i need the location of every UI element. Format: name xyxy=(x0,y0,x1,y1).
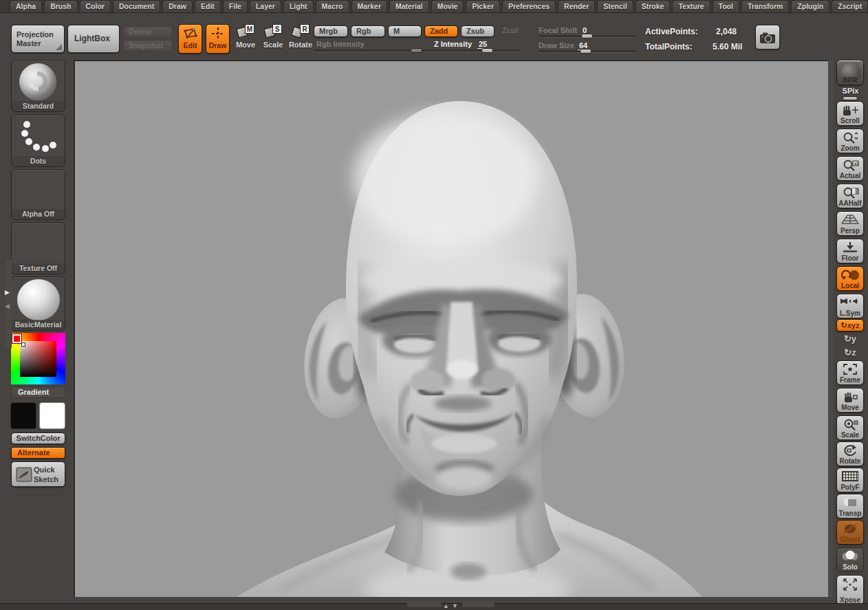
draw-button[interactable]: Draw xyxy=(206,24,230,54)
current-texture-button[interactable]: Texture Off xyxy=(11,222,65,274)
menu-item-alpha[interactable]: Alpha xyxy=(10,0,42,12)
xpose-button[interactable]: Xpose xyxy=(836,575,864,605)
color-picker[interactable] xyxy=(11,333,65,384)
rotate-z-button[interactable]: ↻z xyxy=(836,347,864,358)
tray-down-arrow-icon[interactable]: ▼ xyxy=(452,602,458,609)
secondary-color-swatch[interactable] xyxy=(39,402,65,429)
rotate-y-button[interactable]: ↻y xyxy=(836,334,864,344)
snapshot-button[interactable]: Snapshot xyxy=(123,40,173,52)
projection-master-button[interactable]: Projection Master xyxy=(11,25,65,53)
color-cursor[interactable] xyxy=(21,342,25,347)
rgb-intensity-handle[interactable] xyxy=(411,48,422,53)
lsym-button[interactable]: L.Sym xyxy=(836,294,864,318)
local-button[interactable]: Local xyxy=(836,266,864,291)
aahalf-button[interactable]: AAHalf xyxy=(836,184,864,208)
quick-sketch-button[interactable]: Quick Sketch xyxy=(11,461,65,487)
actual-button[interactable]: x1 Actual xyxy=(836,156,864,181)
spix-slider-handle[interactable] xyxy=(843,96,858,100)
edit-button[interactable]: Edit xyxy=(178,24,202,54)
menu-item-draw[interactable]: Draw xyxy=(162,0,193,12)
alternate-button[interactable]: Alternate xyxy=(11,447,65,459)
menu-item-brush[interactable]: Brush xyxy=(44,0,77,12)
m-button[interactable]: M xyxy=(388,25,422,37)
menu-item-light[interactable]: Light xyxy=(283,0,314,12)
sculpt-viewport-canvas[interactable] xyxy=(74,60,828,597)
lightbox-button[interactable]: LightBox xyxy=(67,25,120,53)
move-3d-button[interactable]: Move xyxy=(836,388,864,413)
menu-item-document[interactable]: Document xyxy=(113,0,160,12)
bottom-tray-drag-right[interactable] xyxy=(462,601,494,607)
dots-stroke-icon xyxy=(17,119,60,155)
switchcolor-button[interactable]: SwitchColor xyxy=(11,433,65,444)
menu-item-material[interactable]: Material xyxy=(389,0,429,12)
tray-close-arrow-icon[interactable]: ◀ xyxy=(5,303,10,309)
tray-open-arrow-icon[interactable]: ▶ xyxy=(5,289,10,296)
move-button[interactable]: M Move xyxy=(232,24,259,56)
zcut-button[interactable]: Zcut xyxy=(497,25,531,37)
bpr-button[interactable]: BPR xyxy=(836,60,864,85)
menu-item-zscript[interactable]: Zscript xyxy=(832,0,868,12)
current-material-button[interactable]: BasicMaterial xyxy=(11,276,65,331)
zsub-button[interactable]: Zsub xyxy=(461,25,495,37)
zoom-button[interactable]: Zoom xyxy=(836,129,864,153)
projection-master-label: Projection Master xyxy=(17,30,54,47)
current-stroke-button[interactable]: Dots xyxy=(11,114,65,167)
menu-item-edit[interactable]: Edit xyxy=(195,0,221,12)
floor-button[interactable]: Floor xyxy=(836,239,864,263)
menu-item-movie[interactable]: Movie xyxy=(431,0,464,12)
menu-item-macro[interactable]: Macro xyxy=(316,0,349,12)
menu-item-texture[interactable]: Texture xyxy=(672,0,710,12)
scale-label: Scale xyxy=(260,41,286,49)
tray-up-arrow-icon[interactable]: ▲ xyxy=(443,602,449,609)
persp-label: Persp xyxy=(837,227,863,235)
capture-button[interactable] xyxy=(755,25,780,50)
menu-item-layer[interactable]: Layer xyxy=(250,0,281,12)
color-picker-saturation-square[interactable] xyxy=(20,341,56,377)
zadd-button[interactable]: Zadd xyxy=(424,25,458,37)
persp-grid-icon xyxy=(840,214,860,226)
menu-item-marker[interactable]: Marker xyxy=(351,0,387,12)
bottom-tray-drag-left[interactable] xyxy=(407,601,442,607)
rotate-badge: R xyxy=(300,24,310,34)
menu-item-tool[interactable]: Tool xyxy=(713,0,739,12)
delete-button[interactable]: Delete xyxy=(123,26,173,38)
menu-item-render[interactable]: Render xyxy=(558,0,595,12)
focal-shift-handle[interactable] xyxy=(581,34,593,39)
rgb-button[interactable]: Rgb xyxy=(351,25,385,37)
transp-label: Transp xyxy=(837,510,863,517)
rotate-3d-label: Rotate xyxy=(837,457,863,465)
menu-item-zplugin[interactable]: Zplugin xyxy=(791,0,829,12)
scale-button[interactable]: S Scale xyxy=(260,24,286,56)
right-tray-divider[interactable] xyxy=(828,60,833,597)
menu-item-preferences[interactable]: Preferences xyxy=(502,0,556,12)
current-brush-button[interactable]: Standard xyxy=(11,60,65,112)
current-color-swatch[interactable] xyxy=(12,334,21,343)
menu-item-stroke[interactable]: Stroke xyxy=(636,0,671,12)
scroll-label: Scroll xyxy=(837,117,863,124)
menu-item-stencil[interactable]: Stencil xyxy=(597,0,633,12)
transp-button[interactable]: Transp xyxy=(836,494,864,519)
menu-item-picker[interactable]: Picker xyxy=(466,0,500,12)
local-pivot-icon xyxy=(840,269,860,281)
draw-size-handle[interactable] xyxy=(580,49,592,54)
rotate-button[interactable]: R Rotate xyxy=(287,24,314,56)
gradient-button[interactable]: Gradient xyxy=(11,386,65,398)
menu-item-transform[interactable]: Transform xyxy=(741,0,789,12)
ghost-slash-icon xyxy=(842,523,858,534)
frame-button[interactable]: Frame xyxy=(836,360,864,385)
z-intensity-handle[interactable] xyxy=(481,48,493,53)
mrgb-button[interactable]: Mrgb xyxy=(314,25,348,37)
scale-3d-button[interactable]: Scale xyxy=(836,415,864,440)
menu-item-file[interactable]: File xyxy=(223,0,248,12)
persp-button[interactable]: Persp xyxy=(836,211,864,236)
solo-button[interactable]: Solo xyxy=(836,547,864,572)
current-alpha-button[interactable]: Alpha Off xyxy=(11,169,65,220)
xyz-label: xyz xyxy=(847,321,860,329)
ghost-button[interactable]: Ghost xyxy=(836,520,864,545)
primary-color-swatch[interactable] xyxy=(10,402,36,429)
xyz-rotate-button[interactable]: ↻xyz xyxy=(836,319,864,331)
rotate-3d-button[interactable]: Rotate xyxy=(836,442,864,466)
scroll-button[interactable]: Scroll xyxy=(836,101,864,126)
polyframe-button[interactable]: PolyF xyxy=(836,468,864,492)
menu-item-color[interactable]: Color xyxy=(80,0,111,12)
